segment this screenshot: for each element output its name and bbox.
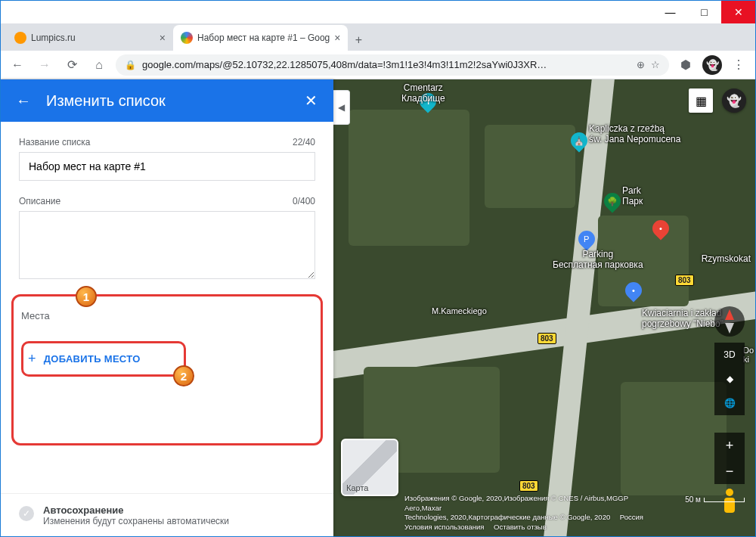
tab-title: Набор мест на карте #1 – Goog <box>197 33 330 43</box>
nav-forward-icon[interactable]: → <box>34 54 55 76</box>
map-label-florist: Kwiaciarnia i zakładpogrzebowy "Niebo" <box>642 308 723 329</box>
layer-label: Карта <box>346 483 368 492</box>
tab-lumpics[interactable]: Lumpics.ru × <box>7 25 173 51</box>
tab-close-icon[interactable]: × <box>334 32 340 44</box>
list-name-input[interactable] <box>19 152 315 181</box>
map-label-town: Rzymskokat <box>702 253 751 264</box>
map-attribution: Изображения © Google, 2020,Изображения ©… <box>404 494 657 532</box>
favicon-icon <box>181 32 193 44</box>
browser-tabstrip: Lumpics.ru × Набор мест на карте #1 – Go… <box>1 23 755 51</box>
road-shield: 803 <box>675 275 694 286</box>
window-titlebar: — □ ✕ <box>1 1 755 23</box>
window-close[interactable]: ✕ <box>721 1 755 23</box>
panel-header: ← Изменить список ✕ <box>1 79 333 122</box>
map-label-side: Doki <box>743 346 754 364</box>
zoom-in-button[interactable]: + <box>714 433 745 458</box>
map-pin-park[interactable]: 🌳 <box>600 189 624 213</box>
rotate-button[interactable]: ◆ <box>714 367 745 391</box>
profile-avatar[interactable]: 👻 <box>702 55 722 75</box>
add-place-label: ДОБАВИТЬ МЕСТО <box>44 353 141 365</box>
browser-toolbar: ← → ⟳ ⌂ 🔒 google.com/maps/@52.10732,22.1… <box>1 51 755 79</box>
layer-toggle[interactable]: Карта <box>341 439 398 496</box>
annotation-badge-1: 1 <box>76 286 97 307</box>
autosave-row: ✓ Автосохранение Изменения будут сохране… <box>1 493 333 537</box>
description-label: Описание <box>19 196 60 206</box>
tilt-3d-button[interactable]: 3D <box>714 343 745 367</box>
map-label-chapel: Kapliczka z rzeźbąśw. Jana Nepomucena <box>589 123 680 144</box>
close-icon[interactable]: ✕ <box>302 92 320 110</box>
favicon-icon <box>14 32 26 44</box>
account-avatar[interactable]: 👻 <box>722 88 746 113</box>
globe-button[interactable]: 🌐 <box>714 391 745 415</box>
nav-home-icon[interactable]: ⌂ <box>88 54 110 76</box>
places-section-highlight: 1 Места + ДОБАВИТЬ МЕСТО 2 <box>11 294 323 445</box>
compass-button[interactable] <box>714 306 745 337</box>
map-label-parking: ParkingБесплатная парковка <box>553 249 643 270</box>
map-label-cemetery: CmentarzКладбище <box>401 82 445 104</box>
road-shield: 803 <box>538 333 556 344</box>
annotation-badge-2: 2 <box>173 365 194 386</box>
address-bar[interactable]: 🔒 google.com/maps/@52.10732,22.1285075,4… <box>116 54 669 76</box>
places-heading: Места <box>21 310 313 321</box>
terms-link[interactable]: Условия использования <box>404 523 484 531</box>
lock-icon: 🔒 <box>125 60 136 70</box>
list-name-label: Название списка <box>19 137 90 147</box>
map-label-street: M.Kameckiego <box>432 306 487 315</box>
tab-title: Lumpics.ru <box>31 33 155 43</box>
window-minimize[interactable]: — <box>653 1 687 23</box>
autosave-title: Автосохранение <box>43 504 229 516</box>
view-controls: 3D ◆ 🌐 <box>714 343 745 415</box>
feedback-link[interactable]: Оставить отзыв <box>494 523 547 531</box>
zoom-out-button[interactable]: − <box>714 458 745 484</box>
description-counter: 0/400 <box>293 196 315 206</box>
list-name-counter: 22/40 <box>293 137 315 147</box>
zoom-indicator-icon[interactable]: ⊕ <box>637 59 645 70</box>
nav-back-icon[interactable]: ← <box>7 54 28 76</box>
tab-google-maps[interactable]: Набор мест на карте #1 – Goog × <box>173 25 348 51</box>
map-canvas[interactable]: ◀ ✝ CmentarzКладбище ⛪ Kapliczka z rzeźb… <box>333 79 755 537</box>
window-maximize[interactable]: □ <box>687 1 721 23</box>
nav-reload-icon[interactable]: ⟳ <box>61 54 82 76</box>
url-text: google.com/maps/@52.10732,22.1285075,408… <box>142 59 631 70</box>
apps-grid-icon[interactable]: ▦ <box>689 88 713 113</box>
tab-close-icon[interactable]: × <box>160 32 166 44</box>
browser-menu-icon[interactable]: ⋮ <box>728 54 749 76</box>
panel-title: Изменить список <box>46 92 288 110</box>
description-input[interactable] <box>19 211 315 279</box>
map-label-park: ParkПарк <box>622 185 643 206</box>
plus-icon: + <box>28 351 36 367</box>
bookmark-star-icon[interactable]: ☆ <box>651 59 660 70</box>
road-shield: 803 <box>519 480 538 492</box>
add-place-button[interactable]: + ДОБАВИТЬ МЕСТО <box>28 351 179 367</box>
scale-bar: 50 м <box>685 495 745 504</box>
back-arrow-icon[interactable]: ← <box>14 92 33 110</box>
edit-list-panel: ← Изменить список ✕ Название списка 22/4… <box>1 79 333 537</box>
check-icon: ✓ <box>19 506 34 521</box>
autosave-subtitle: Изменения будут сохранены автоматически <box>43 516 229 526</box>
add-place-highlight: + ДОБАВИТЬ МЕСТО 2 <box>21 341 186 377</box>
extension-icon[interactable]: ⬢ <box>675 54 696 76</box>
collapse-panel-handle[interactable]: ◀ <box>333 90 350 125</box>
new-tab-button[interactable]: + <box>348 29 369 51</box>
zoom-controls: + − <box>714 433 745 484</box>
